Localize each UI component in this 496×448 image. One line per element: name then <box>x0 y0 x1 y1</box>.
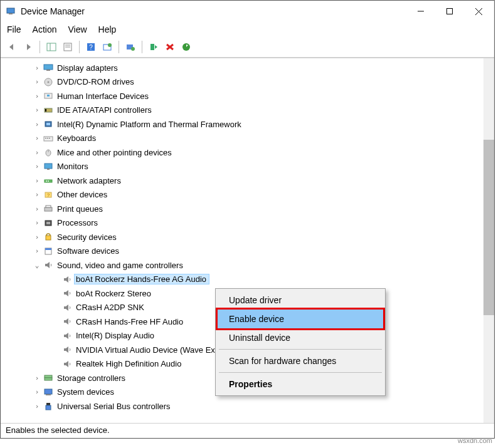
ctx-enable-device[interactable]: Enable device <box>216 308 385 330</box>
ctx-uninstall-device[interactable]: Uninstall device <box>218 328 383 347</box>
chevron-right-icon[interactable]: › <box>32 64 42 72</box>
tree-node-label: Intel(R) Dynamic Platform and Thermal Fr… <box>57 120 241 129</box>
tree-node[interactable]: ›Universal Serial Bus controllers <box>1 399 483 414</box>
svg-rect-48 <box>46 236 51 240</box>
svg-rect-50 <box>45 248 51 250</box>
statusbar: Enables the selected device. <box>1 423 494 438</box>
update-driver-button[interactable] <box>123 39 138 55</box>
tree-node-label: Storage controllers <box>57 373 125 383</box>
tree-node-label: Security devices <box>57 232 117 242</box>
scan-button[interactable] <box>100 39 115 55</box>
chevron-right-icon[interactable]: › <box>32 106 42 114</box>
properties-button[interactable] <box>60 39 75 55</box>
menu-help[interactable]: Help <box>98 24 117 34</box>
titlebar[interactable]: Device Manager <box>1 1 494 22</box>
tree-node-label: Network adapters <box>57 176 121 185</box>
svg-rect-44 <box>45 207 52 211</box>
tree-node-label: Other devices <box>57 190 107 199</box>
ctx-properties[interactable]: Properties <box>218 375 383 393</box>
ctx-separator <box>219 349 382 350</box>
tree-node[interactable]: ›Print queues <box>1 202 483 216</box>
svg-rect-21 <box>44 65 53 70</box>
chevron-right-icon[interactable]: › <box>32 190 42 199</box>
toolbar-sep <box>142 41 142 53</box>
back-button[interactable] <box>4 39 19 55</box>
hid-icon <box>42 91 55 101</box>
ctx-scan-hardware[interactable]: Scan for hardware changes <box>218 352 383 370</box>
chevron-right-icon[interactable]: › <box>32 388 42 396</box>
chevron-right-icon[interactable]: › <box>32 134 42 142</box>
tree-node[interactable]: ›Network adapters <box>1 174 483 188</box>
chevron-right-icon[interactable]: › <box>32 177 42 185</box>
maximize-button[interactable] <box>435 2 464 21</box>
show-hide-tree-button[interactable] <box>44 39 59 55</box>
menu-file[interactable]: File <box>7 24 21 34</box>
chevron-right-icon[interactable]: › <box>32 120 42 128</box>
tree-leaf-label: boAt Rockerz Stereo <box>76 289 151 298</box>
software-icon <box>42 246 55 256</box>
menu-view[interactable]: View <box>68 24 87 34</box>
tree-node[interactable]: ›Mice and other pointing devices <box>1 145 483 160</box>
tree-node[interactable]: ›Display adapters <box>1 61 483 75</box>
scroll-thumb[interactable] <box>483 140 494 315</box>
tree-leaf-label: Realtek High Definition Audio <box>76 359 181 368</box>
svg-rect-45 <box>46 206 51 207</box>
tree-leaf[interactable]: boAt Rockerz Hands-Free AG Audio <box>1 273 483 287</box>
forward-button[interactable] <box>21 39 36 55</box>
sound-icon <box>42 260 55 270</box>
uninstall-button[interactable] <box>162 39 177 55</box>
chevron-right-icon[interactable]: › <box>32 205 42 213</box>
svg-rect-31 <box>44 137 53 141</box>
chevron-down-icon[interactable]: ⌄ <box>32 261 42 269</box>
speaker-icon <box>61 316 73 326</box>
tree-node[interactable]: ›IDE ATA/ATAPI controllers <box>1 103 483 118</box>
speaker-icon <box>61 303 73 313</box>
svg-rect-26 <box>47 95 50 96</box>
tree-node[interactable]: ›Human Interface Devices <box>1 89 483 103</box>
chevron-right-icon[interactable]: › <box>32 78 42 86</box>
refresh-button[interactable] <box>179 39 194 55</box>
tree-node[interactable]: ›Security devices <box>1 230 483 244</box>
tree-node-label: Keyboards <box>57 133 96 143</box>
svg-rect-0 <box>7 8 14 13</box>
svg-point-40 <box>46 180 47 182</box>
chevron-right-icon[interactable]: › <box>32 162 42 170</box>
tree-node[interactable]: ›Intel(R) Dynamic Platform and Thermal F… <box>1 117 483 132</box>
tree-node-label: Human Interface Devices <box>57 91 149 101</box>
tree-node-label: Print queues <box>57 204 103 214</box>
menu-action[interactable]: Action <box>33 24 57 34</box>
network-icon <box>42 175 55 185</box>
vertical-scrollbar[interactable] <box>483 58 494 423</box>
chevron-right-icon[interactable]: › <box>32 233 42 241</box>
tree-node[interactable]: ›Monitors <box>1 160 483 174</box>
tree-leaf-label: boAt Rockerz Hands-Free AG Audio <box>74 274 209 284</box>
chevron-right-icon[interactable]: › <box>32 148 42 157</box>
tree-node[interactable]: ›Software devices <box>1 244 483 259</box>
chevron-right-icon[interactable]: › <box>32 402 42 410</box>
minimize-button[interactable] <box>406 2 435 21</box>
svg-point-14 <box>108 43 112 47</box>
disc-icon <box>42 77 55 87</box>
tree-node[interactable]: ›?Other devices <box>1 188 483 202</box>
tree-node-label: Universal Serial Bus controllers <box>57 402 171 411</box>
tree-node[interactable]: ›Keyboards <box>1 132 483 146</box>
chevron-right-icon[interactable]: › <box>32 219 42 227</box>
toolbar: ? <box>1 38 494 58</box>
chevron-right-icon[interactable]: › <box>32 374 42 382</box>
tree-node[interactable]: ⌄Sound, video and game controllers <box>1 258 483 273</box>
speaker-icon <box>61 345 73 355</box>
chip-icon <box>42 119 55 129</box>
close-button[interactable] <box>464 2 493 21</box>
svg-rect-55 <box>46 403 50 405</box>
chevron-right-icon[interactable]: › <box>32 247 42 255</box>
tree-node[interactable]: ›DVD/CD-ROM drives <box>1 75 483 90</box>
tree-node-label: Display adapters <box>57 63 118 73</box>
tree-node[interactable]: ›Processors <box>1 216 483 231</box>
enable-button[interactable] <box>146 39 161 55</box>
ctx-update-driver[interactable]: Update driver <box>218 291 383 310</box>
chevron-right-icon[interactable]: › <box>32 92 42 100</box>
help-button[interactable]: ? <box>83 39 98 55</box>
svg-rect-37 <box>45 164 52 169</box>
ide-icon <box>42 105 55 115</box>
ctx-separator <box>219 372 382 373</box>
